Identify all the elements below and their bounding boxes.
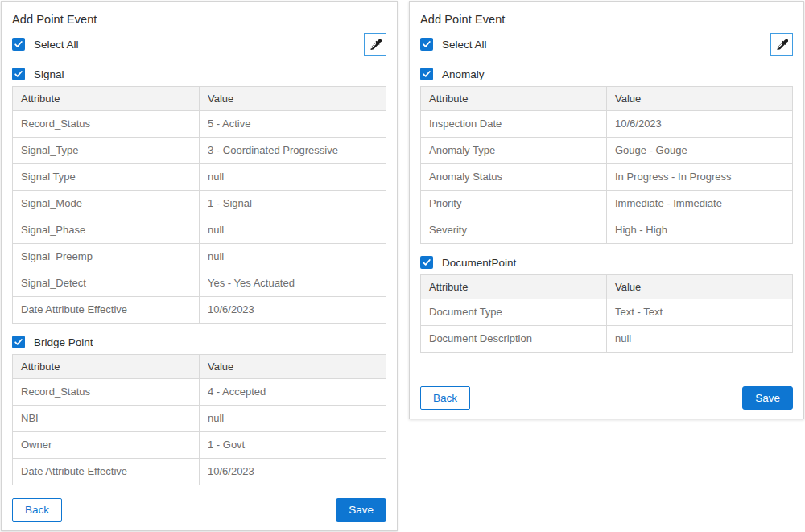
panel-footer: Back Save — [12, 487, 386, 522]
value-cell: 10/6/2023 — [200, 459, 386, 485]
group-row-documentpoint: DocumentPoint — [420, 256, 793, 269]
check-icon — [14, 69, 23, 79]
attribute-cell: Anomaly Status — [421, 164, 607, 191]
table-row: Signal_Phasenull — [13, 217, 386, 244]
column-header-attribute: Attribute — [421, 275, 607, 299]
value-cell: In Progress - In Progress — [607, 164, 793, 191]
table-row: Date Attribute Effective10/6/2023 — [13, 459, 386, 485]
select-all-checkbox-row[interactable]: Select All — [420, 38, 487, 51]
table-row: NBInull — [13, 406, 386, 432]
table-row: Signal_Preempnull — [13, 244, 386, 270]
bridge-point-label: Bridge Point — [34, 336, 93, 348]
attribute-cell: Inspection Date — [421, 111, 607, 138]
attribute-cell: Date Attribute Effective — [13, 459, 200, 485]
group-row-anomaly: Anomaly — [420, 68, 793, 80]
table-row: Date Attribute Effective10/6/2023 — [13, 297, 386, 324]
table-row: Signal_Mode1 - Signal — [13, 191, 386, 217]
value-cell: Text - Text — [607, 299, 793, 326]
table-row: Document Descriptionnull — [421, 326, 793, 353]
attribute-cell: Signal Type — [13, 164, 200, 191]
bridge-point-checkbox-row[interactable]: Bridge Point — [12, 336, 386, 348]
page-title: Add Point Event — [420, 13, 793, 26]
select-all-checkbox[interactable] — [420, 38, 433, 51]
table-row: Signal_Type3 - Coordinated Progressive — [13, 138, 386, 164]
table-row: SeverityHigh - High — [421, 217, 793, 244]
signal-checkbox-row[interactable]: Signal — [12, 68, 386, 80]
table-header-row: Attribute Value — [13, 355, 386, 379]
eyedropper-icon — [776, 39, 788, 51]
attribute-cell: Signal_Type — [13, 138, 200, 164]
attribute-cell: NBI — [13, 406, 200, 432]
column-header-value: Value — [200, 355, 386, 379]
page-title: Add Point Event — [12, 13, 386, 26]
select-all-row: Select All — [420, 33, 793, 56]
group-row-bridge-point: Bridge Point — [12, 336, 386, 348]
table-row: Inspection Date10/6/2023 — [421, 111, 793, 138]
anomaly-checkbox-row[interactable]: Anomaly — [420, 68, 793, 80]
value-cell: 4 - Accepted — [200, 379, 386, 406]
select-all-checkbox[interactable] — [12, 38, 25, 51]
attribute-cell: Signal_Preemp — [13, 244, 200, 270]
anomaly-checkbox[interactable] — [420, 68, 433, 80]
table-row: Record_Status4 - Accepted — [13, 379, 386, 406]
back-button[interactable]: Back — [12, 498, 62, 522]
anomaly-attribute-table: Attribute Value Inspection Date10/6/2023… — [420, 86, 793, 244]
eyedropper-button[interactable] — [770, 33, 793, 56]
select-all-checkbox-row[interactable]: Select All — [12, 38, 79, 51]
back-button[interactable]: Back — [420, 386, 470, 410]
value-cell: 10/6/2023 — [607, 111, 793, 138]
attribute-cell: Priority — [421, 191, 607, 217]
select-all-row: Select All — [12, 33, 386, 56]
value-cell: Yes - Yes Actuated — [200, 270, 386, 297]
table-row: Record_Status5 - Active — [13, 111, 386, 138]
attribute-cell: Owner — [13, 432, 200, 459]
column-header-attribute: Attribute — [421, 87, 607, 111]
documentpoint-checkbox-row[interactable]: DocumentPoint — [420, 256, 793, 269]
value-cell: 3 - Coordinated Progressive — [200, 138, 386, 164]
table-row: Anomaly StatusIn Progress - In Progress — [421, 164, 793, 191]
attribute-cell: Anomaly Type — [421, 138, 607, 164]
value-cell: null — [200, 217, 386, 244]
save-button[interactable]: Save — [336, 498, 386, 522]
table-row: PriorityImmediate - Immediate — [421, 191, 793, 217]
documentpoint-checkbox[interactable] — [420, 256, 433, 269]
table-row: Signal Typenull — [13, 164, 386, 191]
check-icon — [422, 258, 431, 267]
attribute-cell: Signal_Detect — [13, 270, 200, 297]
check-icon — [422, 39, 431, 49]
attribute-cell: Date Attribute Effective — [13, 297, 200, 324]
documentpoint-label: DocumentPoint — [442, 257, 516, 269]
check-icon — [14, 39, 23, 49]
bridge-point-checkbox[interactable] — [12, 336, 25, 348]
signal-checkbox[interactable] — [12, 68, 25, 80]
value-cell: High - High — [607, 217, 793, 244]
column-header-attribute: Attribute — [13, 355, 200, 379]
select-all-label: Select All — [442, 39, 487, 51]
column-header-value: Value — [607, 275, 793, 299]
attribute-cell: Severity — [421, 217, 607, 244]
value-cell: 1 - Govt — [200, 432, 386, 459]
value-cell: null — [200, 406, 386, 432]
attribute-cell: Document Description — [421, 326, 607, 353]
check-icon — [14, 337, 23, 347]
attribute-cell: Document Type — [421, 299, 607, 326]
value-cell: 1 - Signal — [200, 191, 386, 217]
eyedropper-icon — [369, 39, 382, 51]
table-row: Signal_DetectYes - Yes Actuated — [13, 270, 386, 297]
attribute-cell: Record_Status — [13, 111, 200, 138]
anomaly-label: Anomaly — [442, 68, 485, 80]
attribute-cell: Signal_Phase — [13, 217, 200, 244]
save-button[interactable]: Save — [742, 386, 793, 410]
column-header-value: Value — [607, 87, 793, 111]
value-cell: Gouge - Gouge — [607, 138, 793, 164]
group-row-signal: Signal — [12, 68, 386, 80]
documentpoint-attribute-table: Attribute Value Document TypeText - Text… — [420, 274, 793, 353]
table-row: Document TypeText - Text — [421, 299, 793, 326]
bridge-point-attribute-table: Attribute Value Record_Status4 - Accepte… — [12, 354, 386, 485]
value-cell: Immediate - Immediate — [607, 191, 793, 217]
add-point-event-panel-left: Add Point Event Select All Signal Attrib… — [1, 1, 398, 531]
table-header-row: Attribute Value — [421, 275, 793, 299]
eyedropper-button[interactable] — [364, 33, 386, 56]
page: Add Point Event Select All Signal Attrib… — [0, 0, 805, 532]
signal-label: Signal — [34, 68, 64, 80]
